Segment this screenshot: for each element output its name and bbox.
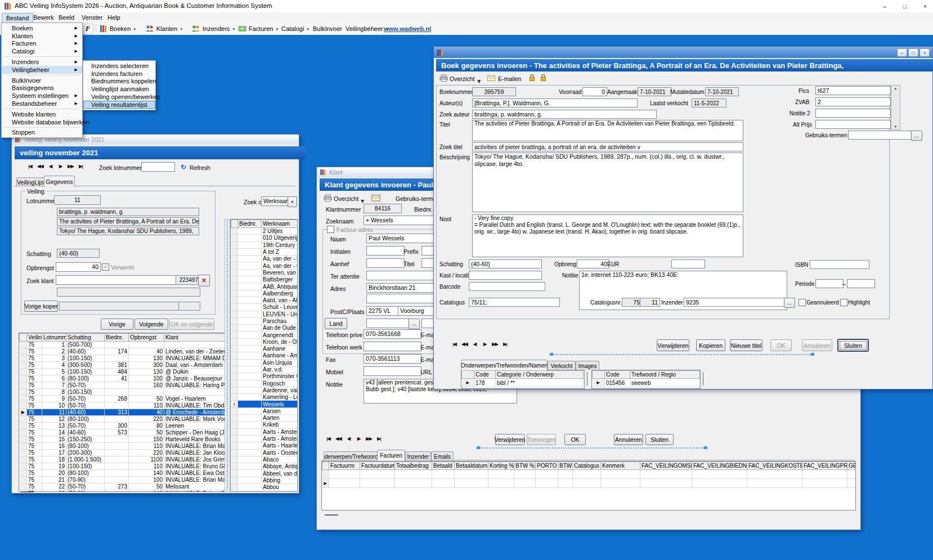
column-header-totaalbedrag[interactable]: Totaalbedrag bbox=[395, 462, 432, 470]
column-header-code[interactable]: Code bbox=[474, 371, 496, 379]
tab-onderwerpen-trefwoorden-namen[interactable]: Onderwerpen/Trefwoorden/Namen bbox=[461, 360, 548, 370]
table-row[interactable]: 010 Uitgeverij bbox=[231, 235, 298, 241]
table-row[interactable]: 7514(40-60)57350Schipper - Den Haag (Jaa… bbox=[20, 429, 227, 436]
table-row[interactable]: Porthminster Gallery Ltd bbox=[231, 373, 298, 380]
annuleren-button[interactable]: Annuleren bbox=[614, 434, 643, 445]
zoek-titel-input[interactable]: activities of pieter brattinga, a portra… bbox=[472, 142, 743, 151]
record-position-slider[interactable] bbox=[480, 447, 704, 449]
verwijderen-button[interactable]: Verwijderen bbox=[495, 434, 524, 445]
land-button[interactable]: Land bbox=[325, 318, 347, 329]
column-header-kenmerk[interactable]: Kenmerk bbox=[601, 462, 640, 470]
nav-last-button[interactable]: ▶| bbox=[77, 164, 84, 169]
nav-last-button[interactable]: ▶| bbox=[375, 436, 383, 441]
fields-scrollbar[interactable]: ▲ ▼ bbox=[891, 85, 900, 130]
veilingbeheer-toolbar-button[interactable]: Veilingbeheer ▼ bbox=[346, 24, 389, 33]
bulkinvoer-toolbar-button[interactable]: BulkInvoer bbox=[313, 24, 342, 33]
pics-input[interactable]: t627 bbox=[815, 86, 891, 95]
table-row[interactable]: ▶015456seeweb bbox=[593, 379, 700, 387]
scroll-down-icon[interactable]: ▼ bbox=[891, 125, 900, 128]
vorige-button[interactable]: Vorige bbox=[101, 319, 133, 330]
table-row[interactable]: Krikeb bbox=[231, 422, 298, 428]
zoek-op-combobox[interactable]: Werknaam bbox=[261, 196, 291, 206]
padlock-icon[interactable] bbox=[528, 74, 536, 82]
table-row[interactable]: 7518(1.000-1.500)1100INVALUABLE: Jos Gri… bbox=[20, 456, 227, 463]
table-row[interactable]: 7516(80-100)110INVALUABLE: Brian Mazure bbox=[20, 443, 227, 450]
alt-prijs-input[interactable] bbox=[815, 120, 891, 129]
column-header-betaald[interactable]: Betaald bbox=[432, 462, 455, 470]
table-row[interactable]: Kamerling - Leiden bbox=[231, 394, 298, 401]
table-row[interactable]: 7520(80-100)140INVALUABLE: Ewa Ostrowska bbox=[20, 470, 227, 477]
menu-help[interactable]: Help bbox=[104, 13, 124, 22]
nav-rewind-button[interactable]: ◀◀ bbox=[335, 436, 342, 441]
column-header-btw[interactable]: BTW % bbox=[514, 462, 536, 470]
column-header-klant[interactable]: Klant bbox=[164, 334, 227, 342]
nav-rewind-button[interactable]: ◀◀ bbox=[37, 164, 44, 169]
table-row[interactable]: 756(80-100)41100@ Janzic - Beausejour bbox=[20, 375, 227, 382]
menu-item-veilinglijst-aanmaken[interactable]: Veilinglijst aanmaken bbox=[83, 85, 155, 93]
verwerkt-checkbox[interactable]: ✓ bbox=[102, 263, 109, 271]
nav-forward-button[interactable]: ▶▶ bbox=[67, 164, 74, 169]
table-row[interactable]: Aarsen bbox=[231, 407, 298, 414]
notitie2-input[interactable] bbox=[815, 109, 891, 118]
refresh-label[interactable]: Refresh bbox=[190, 164, 210, 171]
table-row[interactable]: Aardenne, van - Ooster bbox=[231, 387, 298, 393]
menu-item-systeem-instellingen[interactable]: Systeem instellingen▶ bbox=[2, 92, 82, 100]
noot-input[interactable]: - Very fine copy. = Parallel Dutch and E… bbox=[472, 214, 743, 257]
nav-first-button[interactable]: |◀ bbox=[325, 436, 332, 441]
table-row[interactable]: Aanhane - Amsterdam bbox=[231, 352, 298, 359]
zoek-auteur-input[interactable]: brattinga, p. waldmann, g. bbox=[472, 110, 657, 119]
font-tool-button[interactable]: F bbox=[82, 24, 93, 34]
chevron-down-icon[interactable]: ▼ bbox=[275, 26, 279, 31]
table-row[interactable]: ▶178bibl / ** bbox=[462, 379, 584, 387]
menu-item-bulkinvoer[interactable]: BulkInvoer bbox=[2, 77, 82, 84]
tab-gegevens[interactable]: Gegevens bbox=[44, 176, 75, 187]
table-row[interactable] bbox=[322, 470, 856, 479]
menu-item-inzenders[interactable]: Inzenders▶ bbox=[2, 58, 82, 66]
column-header-biednr[interactable]: Biednr. bbox=[105, 334, 129, 342]
table-row[interactable]: Baltisberger bbox=[231, 276, 298, 283]
hscrollbar-stub[interactable] bbox=[325, 514, 338, 516]
klanten-toolbar-button[interactable]: Klanten ▼ bbox=[145, 24, 183, 33]
slider-thumb[interactable] bbox=[550, 353, 553, 356]
overzicht-button[interactable]: Overzicht bbox=[450, 75, 474, 82]
toevoegen-button[interactable]: Toevoegen bbox=[527, 434, 556, 445]
catalogi-toolbar-button[interactable]: Catalogi ▼ bbox=[281, 24, 309, 33]
inzender-input[interactable]: 9235 bbox=[684, 298, 787, 307]
menu-item-website-klanten[interactable]: Website klanten bbox=[2, 110, 82, 118]
titel-input[interactable]: The activities of Pieter Brattinga, A Po… bbox=[472, 120, 743, 141]
menu-item-basisgegevens[interactable]: Basisgegevens bbox=[2, 84, 82, 92]
printer-icon[interactable] bbox=[439, 74, 448, 82]
nav-forward-button[interactable]: ▶▶ bbox=[365, 436, 373, 441]
chevron-down-icon[interactable]: ▼ bbox=[133, 26, 136, 31]
annuleren-button[interactable]: Annuleren bbox=[802, 339, 832, 351]
table-row[interactable]: 755(100-150)484130@ Dulkin bbox=[20, 369, 227, 375]
column-header-trefwoord-regio[interactable]: Trefwoord / Regio bbox=[630, 371, 700, 379]
gebruiks-termen-lookup-button[interactable]: … bbox=[911, 131, 922, 141]
refresh-icon[interactable]: ↻ bbox=[181, 163, 186, 171]
nav-last-button[interactable]: ▶| bbox=[501, 342, 509, 347]
column-header-porto[interactable]: PORTO bbox=[536, 462, 558, 470]
overzicht-button[interactable]: Overzicht bbox=[334, 195, 358, 202]
boeken-toolbar-button[interactable]: Boeken ▼ bbox=[100, 24, 136, 33]
ok-en-volgende-button[interactable]: OK en volgende bbox=[169, 319, 214, 330]
gebruiks-termen-input[interactable] bbox=[848, 131, 914, 140]
table-row[interactable]: 751(500-700) bbox=[20, 342, 227, 348]
table-row[interactable]: LEUVEN - Univ. Bibl. bbox=[231, 311, 298, 317]
table-row[interactable]: Aarten bbox=[231, 415, 298, 422]
column-header-fac-veilingkosten[interactable]: FAC_VEILINGKOSTEN bbox=[747, 462, 802, 470]
tab-facturen[interactable]: Facturen bbox=[377, 450, 405, 461]
table-row[interactable]: Aa, van der - Eindhoven bbox=[231, 256, 298, 262]
nav-first-button[interactable]: |◀ bbox=[451, 342, 458, 347]
minimize-button[interactable]: – bbox=[876, 0, 894, 12]
clear-klant-button[interactable]: ✕ bbox=[198, 275, 210, 286]
table-row[interactable]: Abbing bbox=[231, 477, 298, 483]
table-row[interactable]: 7521(70-90)100INVALUABLE: Brian Mazure bbox=[20, 477, 227, 483]
table-row[interactable]: Schuit - Leuven bbox=[231, 304, 298, 311]
table-row[interactable]: 2 Uiltjes bbox=[231, 228, 298, 235]
column-header-categorie-onderwerp[interactable]: Categorie / Onderwerp bbox=[496, 371, 584, 379]
column-header-catalogus[interactable]: Catalogus bbox=[573, 462, 601, 470]
land-lookup-button[interactable]: … bbox=[409, 319, 420, 329]
nav-next-button[interactable]: ▶ bbox=[355, 436, 362, 441]
telefoon-werk-input[interactable] bbox=[364, 342, 421, 351]
zoek-klant-input[interactable] bbox=[56, 275, 177, 285]
